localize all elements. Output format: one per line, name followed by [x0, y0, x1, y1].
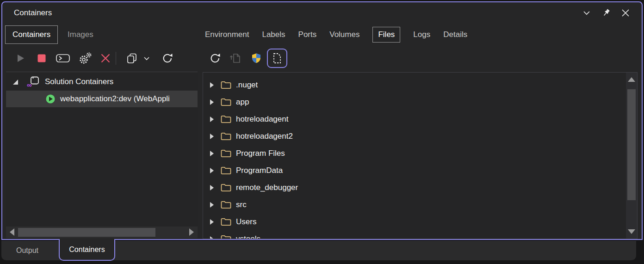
tab-labels[interactable]: Labels [262, 30, 285, 39]
file-name: ProgramData [236, 166, 283, 175]
window-options-button[interactable] [580, 6, 594, 20]
bottom-tab-containers[interactable]: Containers [59, 239, 115, 261]
collapsed-arrow-icon[interactable] [210, 219, 214, 225]
tab-images-label: Images [68, 30, 93, 39]
bottom-tab-output[interactable]: Output [6, 241, 49, 260]
refresh-containers-button[interactable] [159, 49, 176, 68]
file-row-programdata[interactable]: ProgramData [203, 162, 619, 179]
scroll-left-arrow[interactable] [10, 228, 14, 236]
pin-icon [601, 8, 611, 18]
tab-environment[interactable]: Environment [205, 30, 249, 39]
folder-icon [221, 183, 231, 192]
bottom-tab-output-label: Output [16, 246, 38, 255]
settings-button[interactable] [76, 49, 94, 68]
folder-icon [221, 149, 231, 158]
container-toolbar [6, 46, 198, 70]
tree-item-label: webapplication2:dev (WebAppli [60, 94, 170, 104]
dashed-file-icon [271, 52, 283, 65]
file-row-vstools[interactable]: vstools [203, 230, 619, 239]
folder-icon [221, 200, 231, 209]
tab-ports[interactable]: Ports [298, 30, 317, 39]
collapsed-arrow-icon[interactable] [210, 116, 214, 123]
file-row-app[interactable]: app [203, 93, 619, 111]
tab-volumes[interactable]: Volumes [329, 30, 359, 39]
copy-button[interactable] [123, 49, 141, 68]
file-name: app [236, 98, 249, 107]
collapsed-arrow-icon[interactable] [210, 133, 214, 140]
refresh-files-button[interactable] [206, 49, 224, 68]
elevate-button[interactable] [248, 49, 265, 68]
scroll-down-arrow[interactable] [628, 229, 635, 234]
file-row-users[interactable]: Users [203, 213, 619, 230]
delete-x-icon [100, 53, 111, 64]
file-row-nuget[interactable]: .nuget [203, 76, 619, 93]
horizontal-scrollbar-thumb[interactable] [18, 228, 155, 237]
svg-text:∞: ∞ [27, 81, 32, 88]
file-row-remote-debugger[interactable]: remote_debugger [203, 179, 619, 196]
tab-files[interactable]: Files [372, 27, 400, 43]
collapsed-arrow-icon[interactable] [210, 82, 214, 88]
folder-icon [221, 132, 231, 141]
vertical-scrollbar[interactable] [626, 73, 637, 239]
open-terminal-button[interactable] [54, 49, 72, 68]
running-container-icon [45, 94, 56, 104]
export-file-icon [229, 52, 242, 64]
copy-icon [126, 52, 138, 64]
files-toolbar [203, 46, 638, 70]
tree-item-webapplication2[interactable]: webapplication2:dev (WebAppli [6, 91, 198, 107]
file-name: Program Files [236, 149, 285, 158]
view-file-contents-button[interactable] [267, 49, 287, 68]
uac-shield-icon [251, 53, 262, 64]
file-row-program-files[interactable]: Program Files [203, 145, 619, 162]
tree-item-solution-containers[interactable]: ∞ Solution Containers [6, 73, 198, 91]
gears-icon [78, 51, 92, 65]
pin-button[interactable] [599, 6, 613, 20]
collapsed-arrow-icon[interactable] [210, 236, 214, 239]
titlebar: Containers [2, 2, 642, 24]
tree-item-label: Solution Containers [45, 77, 113, 86]
file-row-hotreloadagent[interactable]: hotreloadagent [203, 111, 619, 128]
horizontal-scrollbar[interactable] [6, 227, 198, 238]
copy-dropdown-button[interactable] [140, 49, 153, 68]
containers-tree: ∞ Solution Containers webapplication2:de… [6, 72, 198, 227]
remove-container-button[interactable] [97, 49, 114, 68]
folder-icon [221, 80, 231, 89]
chevron-down-icon [582, 8, 592, 18]
close-icon [620, 8, 631, 18]
stop-container-button[interactable] [33, 49, 50, 68]
start-container-button[interactable] [12, 49, 29, 68]
folder-icon [221, 217, 231, 226]
file-name: remote_debugger [236, 183, 298, 192]
window-title: Containers [14, 2, 52, 24]
vertical-scrollbar-thumb[interactable] [627, 89, 636, 200]
folder-icon [221, 234, 231, 239]
scroll-up-arrow[interactable] [628, 77, 635, 82]
export-file-button[interactable] [227, 49, 244, 68]
tab-containers[interactable]: Containers [5, 25, 58, 44]
file-name: vstools [236, 234, 260, 239]
collapsed-arrow-icon[interactable] [210, 167, 214, 174]
refresh-icon [209, 52, 221, 64]
collapsed-arrow-icon[interactable] [210, 150, 214, 157]
file-name: hotreloadagent [236, 115, 288, 124]
file-row-hotreloadagent2[interactable]: hotreloadagent2 [203, 128, 619, 145]
collapsed-arrow-icon[interactable] [210, 184, 214, 191]
toolbar-separator [116, 52, 116, 65]
tab-logs[interactable]: Logs [413, 30, 430, 39]
scroll-right-arrow[interactable] [189, 228, 194, 236]
folder-icon [221, 166, 231, 175]
chevron-down-icon [143, 55, 150, 62]
file-name: Users [236, 217, 256, 227]
file-name: .nuget [236, 80, 258, 90]
titlebar-actions [580, 2, 632, 24]
file-name: hotreloadagent2 [236, 132, 293, 141]
collapsed-arrow-icon[interactable] [210, 99, 214, 105]
play-icon [15, 53, 25, 63]
expanded-arrow-icon[interactable] [12, 79, 19, 85]
tab-images[interactable]: Images [68, 25, 93, 44]
collapsed-arrow-icon[interactable] [210, 202, 214, 208]
file-row-src[interactable]: src [203, 196, 619, 213]
file-name: src [236, 200, 247, 209]
tab-details[interactable]: Details [443, 30, 467, 39]
close-button[interactable] [619, 6, 632, 20]
